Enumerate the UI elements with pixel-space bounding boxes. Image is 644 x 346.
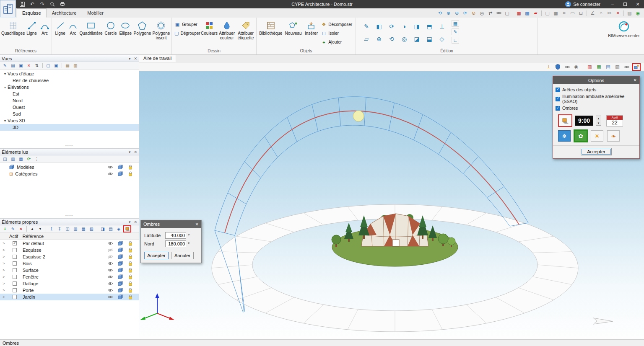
columns1-icon[interactable]: ◫ [64, 226, 71, 232]
ellipse-button[interactable]: Ellipse [118, 19, 133, 48]
row-active-checkbox[interactable] [13, 261, 17, 266]
maximize-button[interactable] [619, 0, 631, 8]
model-cube-icon[interactable] [118, 248, 123, 253]
eye-icon[interactable] [107, 281, 113, 286]
latitude-input[interactable] [165, 232, 186, 239]
window-icon[interactable]: ▢ [45, 62, 52, 69]
tree-item-est[interactable]: Est [0, 90, 139, 97]
season-summer-button[interactable]: ☀ [591, 130, 603, 142]
quadrillages-button[interactable]: Quadrillages [1, 19, 25, 48]
ombres-cancel-button[interactable]: Annuler [171, 252, 194, 259]
panels-layout-icon[interactable]: ▥ [626, 10, 633, 16]
row-expander-icon[interactable]: > [0, 241, 8, 245]
bookmark-icon[interactable]: ▰ [532, 10, 539, 16]
processor-icon[interactable]: ⌗ [561, 10, 568, 16]
move-down-icon[interactable]: ▼ [37, 226, 44, 232]
shadows-checkbox[interactable] [556, 106, 560, 111]
circle-edit-icon[interactable]: ◎ [398, 33, 410, 45]
tree-item-rdc[interactable]: Rez-de-chaussée [0, 77, 139, 84]
row-active-checkbox[interactable] [13, 281, 17, 286]
collapse-propres-icon[interactable]: ▾ [129, 220, 131, 224]
eye-icon[interactable] [107, 274, 113, 279]
eye-off-icon[interactable] [107, 254, 113, 259]
row-active-checkbox[interactable] [13, 255, 17, 259]
season-spring-button[interactable]: ✿ [574, 130, 587, 142]
shadows-icon[interactable] [123, 225, 131, 232]
delete-view-icon[interactable]: ✕ [26, 62, 32, 69]
inserer-button[interactable]: Insérer [303, 19, 320, 48]
red-table-icon[interactable]: ▥ [586, 64, 593, 70]
tab-esquisse[interactable]: Esquisse [17, 8, 47, 18]
minimize-button[interactable]: – [606, 0, 619, 8]
arc-button[interactable]: Arc [67, 19, 78, 48]
pan-icon[interactable]: ⇄ [487, 10, 494, 16]
print-icon[interactable] [59, 0, 66, 8]
close-vues-icon[interactable]: ✕ [134, 57, 137, 61]
grid-b-icon[interactable]: ▦ [18, 156, 24, 162]
table-row[interactable]: >Porte [0, 287, 139, 294]
tree-item-3d[interactable]: 3D [0, 124, 139, 131]
new-view-icon[interactable]: ✎ [2, 62, 8, 69]
visibility-icon[interactable] [495, 10, 502, 16]
view3d-settings-icon[interactable] [632, 63, 641, 71]
eye-icon[interactable] [107, 294, 113, 300]
polygone-button[interactable]: Polygone [133, 19, 152, 48]
expand-columns-icon[interactable]: ◫ [2, 156, 8, 162]
panel-resize-handle[interactable]: •••• [0, 145, 139, 147]
walkthrough-icon[interactable]: ◉ [573, 64, 580, 70]
extrude-icon[interactable]: ⬒ [423, 20, 436, 33]
model-cube-icon[interactable] [118, 171, 123, 176]
shield-icon[interactable] [554, 64, 561, 70]
lock-icon[interactable] [128, 171, 133, 176]
tab-aire-de-travail[interactable]: Aire de travail [139, 55, 176, 62]
chevron-down-icon[interactable]: ▾ [3, 72, 8, 76]
eye-icon[interactable] [107, 241, 113, 246]
zoom-all-icon[interactable]: ⊕ [445, 10, 452, 16]
decomposer-button[interactable]: ❖Décomposer [319, 21, 355, 28]
time-down-button[interactable]: ▼ [596, 121, 601, 125]
model-cube-icon[interactable] [118, 268, 123, 273]
globe-icon[interactable]: ◉ [634, 10, 641, 16]
search-icon[interactable] [49, 0, 56, 8]
table-row[interactable]: >Bois [0, 260, 139, 267]
table-row[interactable]: >Fenêtre [0, 274, 139, 280]
nouveau-button[interactable]: Nouveau [284, 19, 303, 48]
options-titlebar[interactable]: Options ✕ [553, 76, 639, 84]
zoom-window-icon[interactable]: ⊖ [453, 10, 460, 16]
model-cube-icon[interactable] [118, 274, 123, 279]
eye-icon[interactable] [107, 261, 113, 266]
row-expander-icon[interactable]: > [0, 255, 8, 259]
lock-icon[interactable] [128, 165, 133, 170]
lock-icon[interactable] [128, 294, 133, 300]
table-icon[interactable]: ▤ [605, 64, 612, 70]
delete-tool-icon[interactable]: ✕ [614, 10, 621, 16]
options-close-icon[interactable]: ✕ [634, 78, 637, 83]
dimension-icon[interactable]: ⊥ [436, 20, 448, 33]
model-cube-icon[interactable] [118, 254, 123, 259]
chevron-down-icon[interactable]: ▾ [3, 119, 8, 123]
tree-group-floor[interactable]: ▾Vues d'étage [0, 70, 139, 77]
split-icon[interactable]: ◪ [410, 33, 423, 45]
edit-icon[interactable]: ✎ [360, 20, 373, 33]
nord-input[interactable] [165, 240, 186, 247]
move-icon[interactable]: ⊕ [373, 33, 385, 45]
lock-icon[interactable] [128, 261, 133, 266]
rotate-icon[interactable]: ⟳ [385, 20, 398, 33]
model-cube-icon[interactable] [118, 241, 123, 246]
export-icon[interactable]: ↧ [56, 226, 63, 232]
ligne-button[interactable]: Ligne [53, 19, 67, 48]
mirror-icon[interactable]: ◑ [398, 20, 410, 33]
bibliotheque-button[interactable]: Bibliothèque [258, 19, 284, 48]
row-expander-icon[interactable]: > [0, 248, 8, 252]
table-row[interactable]: >Esquisse 2 [0, 253, 139, 260]
add-icon[interactable]: + [2, 226, 8, 232]
lock-icon[interactable] [128, 281, 133, 286]
ombres-close-icon[interactable]: ✕ [195, 222, 199, 227]
book-icon[interactable]: ▤ [64, 62, 71, 69]
tree-group-elevations[interactable]: ▾Élévations [0, 84, 139, 90]
row-active-checkbox[interactable] [13, 288, 17, 292]
shadow-position-button[interactable] [558, 114, 572, 127]
comment-icon[interactable]: ✉ [606, 10, 613, 16]
tree-item-nord[interactable]: Nord [0, 97, 139, 104]
table-row[interactable]: >Par défaut [0, 240, 139, 247]
